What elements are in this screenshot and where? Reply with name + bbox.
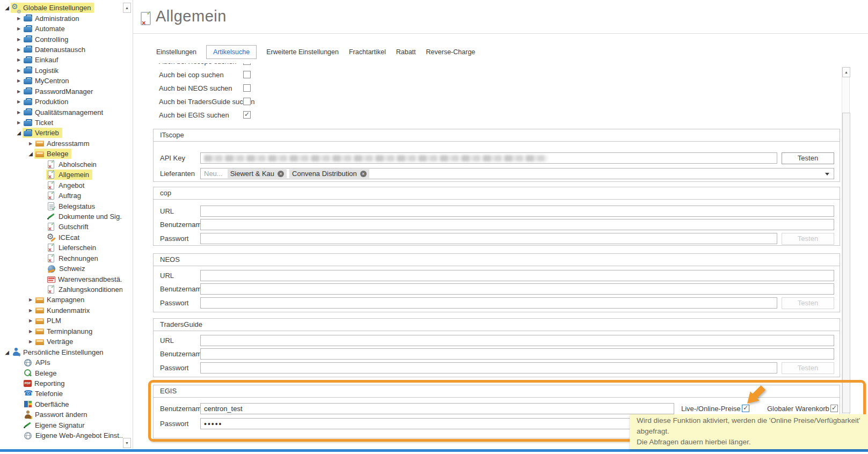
api-key-input[interactable] xyxy=(200,152,777,164)
scrollbar-thumb[interactable] xyxy=(842,113,850,413)
tree-item[interactable]: Angebot xyxy=(0,180,122,190)
tree-item[interactable]: ▶Qualitätsmanagement xyxy=(0,107,122,117)
remove-tag-icon[interactable] xyxy=(278,171,284,177)
neos-user-input[interactable] xyxy=(200,283,834,295)
cop-user-input[interactable] xyxy=(200,219,834,230)
itscope-test-button[interactable]: Testen xyxy=(782,152,834,164)
tree-item[interactable]: Abholschein xyxy=(0,159,122,170)
tree-item[interactable]: Reporting xyxy=(0,378,122,389)
tree-item[interactable]: ▶PasswordManager xyxy=(0,86,122,97)
expand-arrow-icon[interactable]: ▶ xyxy=(27,329,34,334)
tree-item[interactable]: ▶Ticket xyxy=(0,118,122,128)
collapse-arrow-icon[interactable]: ◢ xyxy=(3,349,11,355)
collapse-arrow-icon[interactable]: ◢ xyxy=(15,130,23,136)
expand-arrow-icon[interactable]: ▶ xyxy=(15,47,23,52)
new-tag-placeholder[interactable]: Neu... xyxy=(204,169,223,179)
tree-item[interactable]: ◢Persönliche Einstellungen xyxy=(0,347,122,357)
tree-item[interactable]: ▶Administration xyxy=(0,13,122,23)
expand-arrow-icon[interactable]: ▶ xyxy=(27,308,34,313)
tree-item[interactable]: ◢Vertrieb xyxy=(0,128,122,138)
cop-pass-input[interactable] xyxy=(200,233,777,244)
tab-rabatt[interactable]: Rabatt xyxy=(396,45,417,59)
cop-url-input[interactable] xyxy=(200,206,834,217)
expand-arrow-icon[interactable]: ▶ xyxy=(15,68,23,73)
tree-item[interactable]: Telefonie xyxy=(0,389,122,399)
tree-item[interactable]: Belege xyxy=(0,368,122,378)
live-online-preise-checkbox[interactable] xyxy=(742,405,749,412)
tree-item[interactable]: Zahlungskonditionen xyxy=(0,284,122,295)
egis-pass-input[interactable]: ••••• xyxy=(200,418,674,429)
tree-item[interactable]: Belegstatus xyxy=(0,201,122,211)
tab-reverse-charge[interactable]: Reverse-Charge xyxy=(426,45,476,59)
expand-arrow-icon[interactable]: ▶ xyxy=(27,339,34,344)
search-option-checkbox[interactable] xyxy=(243,71,251,78)
tree-item[interactable]: ▶PLM xyxy=(0,316,122,326)
remove-tag-icon[interactable] xyxy=(360,171,367,177)
tab-erweiterte-einstellungen[interactable]: Erweiterte Einstellungen xyxy=(266,45,339,59)
tree-item[interactable]: ▶Kundenmatrix xyxy=(0,305,122,316)
globaler-warenkorb-checkbox[interactable] xyxy=(830,405,838,412)
expand-arrow-icon[interactable]: ▶ xyxy=(27,297,34,302)
tradersguide-test-button[interactable]: Testen xyxy=(782,362,834,374)
scroll-up-icon[interactable]: ▲ xyxy=(123,3,131,13)
collapse-arrow-icon[interactable]: ◢ xyxy=(27,151,34,157)
tree-item[interactable]: ICEcat xyxy=(0,232,122,243)
tree-item[interactable]: ◢Globale Einstellungen xyxy=(0,3,122,13)
search-option-checkbox[interactable] xyxy=(243,84,251,92)
tree-item[interactable]: Passwort ändern xyxy=(0,409,122,420)
tree-item[interactable]: ▶Einkauf xyxy=(0,55,122,65)
tree-item[interactable]: ▶Logistik xyxy=(0,65,122,76)
scroll-down-icon[interactable]: ▼ xyxy=(123,438,131,448)
tree-item[interactable]: Eigene Web-Angebot Einst... xyxy=(0,430,122,441)
egis-user-input[interactable]: centron_test xyxy=(200,403,674,414)
tree-item[interactable]: ▶Adressstamm xyxy=(0,138,122,149)
expand-arrow-icon[interactable]: ▶ xyxy=(15,110,23,115)
tab-frachtartikel[interactable]: Frachtartikel xyxy=(348,45,386,59)
expand-arrow-icon[interactable]: ▶ xyxy=(15,120,23,125)
tree-item[interactable]: APIs xyxy=(0,357,122,368)
neos-test-button[interactable]: Testen xyxy=(782,297,834,309)
tab-einstellungen[interactable]: Einstellungen xyxy=(156,45,197,59)
tree-item[interactable]: Dokumente und Sig... xyxy=(0,211,122,222)
tree-item[interactable]: ▶Produktion xyxy=(0,97,122,107)
tree-item[interactable]: ▶Terminplanung xyxy=(0,326,122,336)
dropdown-caret-icon[interactable] xyxy=(825,173,829,175)
tree-item[interactable]: ▶Automate xyxy=(0,24,122,34)
tradersguide-url-input[interactable] xyxy=(200,335,834,346)
tree-item[interactable]: ▶Verträge xyxy=(0,336,122,347)
expand-arrow-icon[interactable]: ▶ xyxy=(15,57,23,62)
tradersguide-pass-input[interactable] xyxy=(200,362,777,374)
tree-item[interactable]: Allgemein xyxy=(0,170,122,180)
expand-arrow-icon[interactable]: ▶ xyxy=(15,99,23,104)
neos-url-input[interactable] xyxy=(200,270,834,281)
cop-test-button[interactable]: Testen xyxy=(782,233,834,245)
tree-item[interactable]: Rechnungen xyxy=(0,253,122,263)
search-option-checkbox[interactable] xyxy=(243,98,251,105)
tree-item[interactable]: ▶Datenaustausch xyxy=(0,45,122,55)
lieferanten-tag-field[interactable]: Neu... Siewert & Kau Convena Distributio… xyxy=(200,168,834,179)
expand-arrow-icon[interactable]: ▶ xyxy=(27,318,34,323)
search-option-checkbox[interactable] xyxy=(243,63,251,65)
collapse-arrow-icon[interactable]: ◢ xyxy=(3,5,11,11)
content-scrollbar[interactable]: ▲ xyxy=(842,67,850,445)
tree-item[interactable]: Gutschrift xyxy=(0,222,122,232)
tab-artikelsuche[interactable]: Artikelsuche xyxy=(206,45,257,59)
tree-item[interactable]: ◢Belege xyxy=(0,149,122,159)
tree-item[interactable]: ▶MyCentron xyxy=(0,76,122,86)
tree-item[interactable]: Schweiz xyxy=(0,263,122,274)
scroll-up-icon[interactable]: ▲ xyxy=(842,67,850,77)
expand-arrow-icon[interactable]: ▶ xyxy=(15,37,23,42)
sidebar-scrollbar[interactable]: ▲ ▼ xyxy=(123,3,131,448)
expand-arrow-icon[interactable]: ▶ xyxy=(15,16,23,21)
tree-item[interactable]: Auftrag xyxy=(0,191,122,201)
tradersguide-user-input[interactable] xyxy=(200,348,834,360)
tree-item[interactable]: Oberfläche xyxy=(0,399,122,409)
tree-item[interactable]: ▶Kampagnen xyxy=(0,295,122,305)
expand-arrow-icon[interactable]: ▶ xyxy=(15,78,23,83)
expand-arrow-icon[interactable]: ▶ xyxy=(15,89,23,94)
neos-pass-input[interactable] xyxy=(200,297,777,309)
tree-item[interactable]: Eigene Signatur xyxy=(0,420,122,430)
expand-arrow-icon[interactable]: ▶ xyxy=(15,26,23,31)
expand-arrow-icon[interactable]: ▶ xyxy=(27,141,34,146)
tree-item[interactable]: ▶Controlling xyxy=(0,34,122,44)
